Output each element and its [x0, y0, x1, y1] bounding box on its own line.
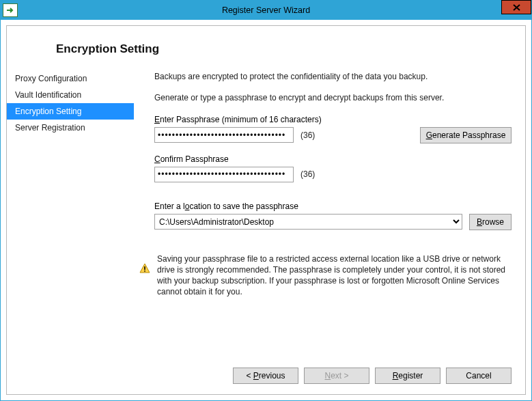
- confirm-passphrase-label: Confirm Passphrase: [154, 154, 512, 164]
- sidebar-item-proxy[interactable]: Proxy Configuration: [7, 70, 134, 87]
- description-1: Backups are encrypted to protect the con…: [154, 71, 512, 83]
- body-area: Proxy Configuration Vault Identification…: [7, 68, 525, 357]
- svg-rect-1: [144, 266, 145, 270]
- sidebar-item-vault[interactable]: Vault Identification: [7, 87, 134, 103]
- wizard-window: Register Server Wizard Encryption Settin…: [0, 0, 532, 401]
- main-panel: Backups are encrypted to protect the con…: [134, 68, 525, 357]
- cancel-button[interactable]: Cancel: [446, 368, 512, 384]
- svg-rect-2: [144, 271, 145, 272]
- warning-icon: [139, 263, 150, 276]
- page-heading: Encryption Setting: [56, 42, 525, 56]
- confirm-passphrase-input[interactable]: [154, 167, 294, 182]
- location-select[interactable]: C:\Users\Administrator\Desktop: [154, 214, 462, 230]
- location-label: Enter a location to save the passphrase: [154, 202, 512, 211]
- previous-button[interactable]: < Previous: [233, 368, 298, 384]
- location-row: C:\Users\Administrator\Desktop Browse: [154, 214, 512, 230]
- sidebar-item-registration[interactable]: Server Registration: [7, 120, 134, 136]
- description-2: Generate or type a passphrase to encrypt…: [154, 92, 512, 104]
- warning-text: Saving your passphrase file to a restric…: [157, 253, 512, 298]
- enter-passphrase-input[interactable]: [154, 127, 294, 143]
- close-button[interactable]: [501, 0, 531, 14]
- register-button[interactable]: Register: [375, 368, 440, 384]
- confirm-passphrase-count: (36): [300, 169, 315, 179]
- heading-area: Encryption Setting: [7, 26, 525, 68]
- browse-button[interactable]: Browse: [469, 214, 512, 230]
- enter-passphrase-row: (36) Generate Passphrase: [154, 127, 512, 143]
- confirm-passphrase-row: (36): [154, 167, 512, 182]
- warning-block: Saving your passphrase file to a restric…: [139, 253, 512, 298]
- window-title: Register Server Wizard: [1, 5, 531, 15]
- sidebar: Proxy Configuration Vault Identification…: [7, 68, 134, 357]
- content-inner: Encryption Setting Proxy Configuration V…: [6, 25, 526, 395]
- close-icon: [513, 4, 520, 11]
- content-outer: Encryption Setting Proxy Configuration V…: [1, 20, 531, 400]
- next-button[interactable]: Next >: [304, 368, 369, 384]
- footer: < Previous Next > Register Cancel: [7, 357, 525, 394]
- sidebar-item-encryption[interactable]: Encryption Setting: [7, 103, 134, 120]
- titlebar: Register Server Wizard: [1, 1, 531, 20]
- enter-passphrase-count: (36): [300, 130, 315, 140]
- enter-passphrase-label: Enter Passphrase (minimum of 16 characte…: [154, 115, 512, 124]
- generate-passphrase-button[interactable]: Generate Passphrase: [420, 127, 512, 143]
